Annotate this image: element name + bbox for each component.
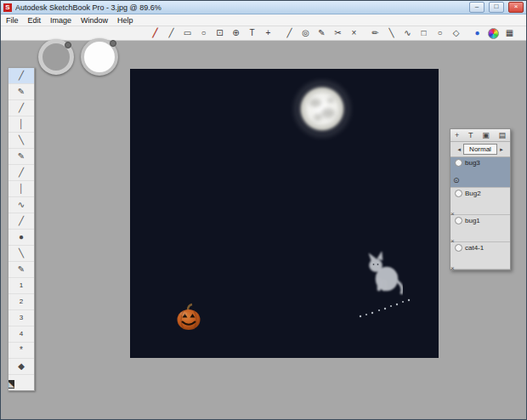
brush-tool-18[interactable]: ◆	[8, 359, 34, 375]
tool-polygon[interactable]: ◇	[448, 27, 464, 39]
layer-name-label: cat4-1	[465, 244, 484, 252]
brush-tool-17[interactable]: *	[8, 343, 34, 359]
pencil-tool-1[interactable]: 1	[8, 278, 34, 294]
tool-curve[interactable]: ∿	[400, 27, 416, 39]
tool-symmetry-puck[interactable]: ◎	[298, 27, 314, 39]
tool-stroke-edit[interactable]: ╱	[281, 27, 298, 39]
brush-puck-handle-icon[interactable]	[65, 42, 71, 48]
palette-footer-icon[interactable]: ◣	[8, 380, 14, 389]
tool-swatches[interactable]: ▦	[502, 27, 518, 39]
color-puck[interactable]	[81, 38, 118, 76]
brush-tool-10[interactable]: ●	[8, 230, 34, 246]
menu-file[interactable]: File	[6, 16, 19, 25]
tool-delete-stroke[interactable]: ×	[346, 27, 362, 39]
layer-lock-icon[interactable]: ×	[450, 264, 455, 272]
moon	[293, 80, 351, 138]
layer-name-label: bug3	[465, 159, 480, 167]
layer-name-label: bug1	[465, 217, 480, 224]
tool-lasso-select[interactable]: ○	[196, 27, 212, 39]
layer-row-bug3[interactable]: bug3 ⊙	[450, 157, 510, 188]
layer-visibility-icon[interactable]: ⊙	[453, 176, 460, 184]
tool-ellipse[interactable]: ○	[432, 27, 448, 39]
menu-edit[interactable]: Edit	[28, 16, 42, 25]
minimize-button[interactable]: –	[469, 2, 484, 13]
layer-thumbnail	[455, 244, 462, 252]
blend-mode-row: ◄ Normal ►	[450, 142, 510, 157]
layer-name-label: Bug2	[465, 190, 481, 197]
brush-tool-8[interactable]: ∿	[8, 197, 34, 213]
tool-zoom[interactable]: ⊕	[228, 27, 244, 39]
maximize-button[interactable]: □	[489, 2, 504, 13]
brush-puck[interactable]	[38, 39, 74, 75]
brush-tool-7[interactable]: │	[8, 181, 34, 197]
layer-row-cat4-1[interactable]: cat4-1 ×	[450, 242, 510, 270]
import-image-icon[interactable]: ▣	[482, 131, 490, 139]
brush-tool-9[interactable]: ╱	[8, 213, 34, 230]
tool-text[interactable]: T	[244, 27, 260, 39]
tool-color-wheel[interactable]	[485, 27, 502, 39]
canvas[interactable]	[130, 69, 439, 358]
add-layer-icon[interactable]: +	[455, 131, 459, 139]
brush-tool-2[interactable]: ╱	[8, 100, 34, 116]
brush-tool-5[interactable]: ✎	[8, 149, 34, 165]
toolbar: ╱ ╱ ▭ ○ ⊡ ⊕ T + ╱ ◎ ✎ ✂ × ✏ ╲ ∿ □ ○ ◇ ● …	[1, 26, 526, 41]
canvas-background	[130, 69, 439, 358]
layer-row-bug1[interactable]: bug1 ×	[450, 215, 510, 242]
brush-tool-4[interactable]: ╲	[8, 133, 34, 149]
brush-tool-1[interactable]: ✎	[8, 84, 34, 100]
tool-move[interactable]: +	[260, 27, 276, 39]
color-puck-handle-icon[interactable]	[110, 40, 116, 47]
layer-thumbnail	[455, 190, 462, 197]
app-icon: S	[3, 3, 12, 12]
brush-palette: ╱ ✎ ╱ │ ╲ ✎ ╱ │ ∿ ╱ ● ╲ ✎ 1 2 3 4 * ◆ ◣	[8, 67, 35, 391]
menubar: File Edit Image Window Help	[1, 14, 526, 26]
tool-cut[interactable]: ✂	[330, 27, 346, 39]
blend-next-icon[interactable]: ►	[499, 147, 504, 152]
tool-rect-select[interactable]: ▭	[179, 27, 196, 39]
close-button[interactable]: ×	[508, 2, 524, 13]
titlebar: S Autodesk SketchBook Pro - 3.jpg @ 89.6…	[1, 1, 526, 14]
layers-panel-header: + T ▣ ▤	[450, 129, 510, 142]
tool-airbrush[interactable]: ╱	[163, 27, 179, 39]
layer-menu-icon[interactable]: ▤	[498, 131, 506, 139]
tool-pencil[interactable]: ✏	[367, 27, 383, 39]
window-title: Autodesk SketchBook Pro - 3.jpg @ 89.6%	[15, 3, 465, 12]
pencil-tool-3[interactable]: 3	[8, 310, 34, 326]
menu-help[interactable]: Help	[117, 16, 133, 25]
brush-tool-6[interactable]: ╱	[8, 165, 34, 181]
brush-tool-12[interactable]: ✎	[8, 262, 34, 278]
brush-tool-11[interactable]: ╲	[8, 246, 34, 262]
tool-color-dot[interactable]: ●	[469, 27, 485, 39]
blend-mode-select[interactable]: Normal	[463, 144, 497, 155]
canvas-area	[130, 69, 439, 358]
pencil-tool-2[interactable]: 2	[8, 294, 34, 310]
layer-thumbnail	[455, 217, 462, 224]
color-wheel-icon	[488, 28, 499, 39]
menu-image[interactable]: Image	[50, 16, 71, 25]
blend-prev-icon[interactable]: ◄	[456, 147, 462, 152]
layer-row-bug2[interactable]: Bug2 ×	[450, 188, 510, 215]
pencil-tool-4[interactable]: 4	[8, 326, 34, 343]
brush-tool-0[interactable]: ╱	[8, 68, 34, 84]
tool-line[interactable]: ╲	[383, 27, 400, 39]
tool-brush[interactable]: ╱	[147, 27, 163, 39]
brush-tool-3[interactable]: │	[8, 116, 34, 133]
text-layer-icon[interactable]: T	[468, 131, 473, 139]
app-window: S Autodesk SketchBook Pro - 3.jpg @ 89.6…	[0, 0, 527, 420]
menu-window[interactable]: Window	[81, 16, 108, 25]
tool-pen[interactable]: ✎	[314, 27, 330, 39]
tool-crop[interactable]: ⊡	[212, 27, 228, 39]
tool-rectangle[interactable]: □	[416, 27, 432, 39]
layer-thumbnail	[455, 159, 462, 167]
layers-panel: + T ▣ ▤ ◄ Normal ► bug3 ⊙ Bug2 ×	[450, 128, 511, 270]
